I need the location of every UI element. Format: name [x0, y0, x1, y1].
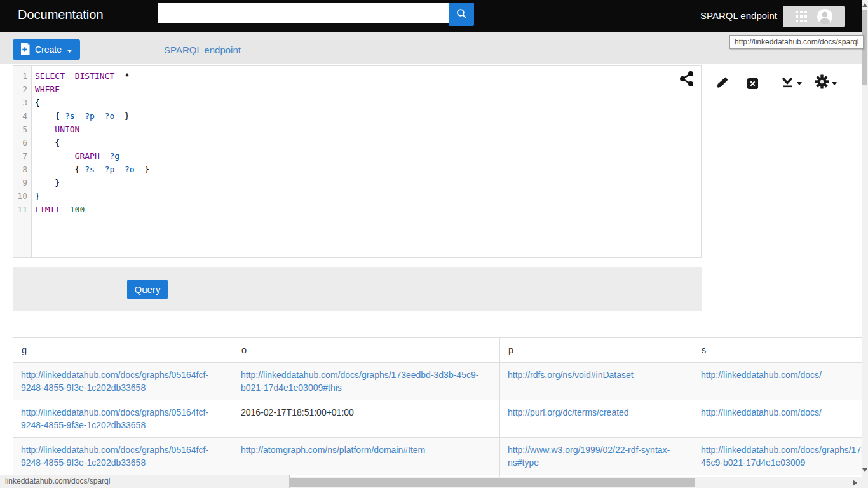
vertical-scrollbar[interactable]: [862, 0, 868, 477]
apps-grid-icon[interactable]: [796, 11, 807, 22]
result-link[interactable]: http://www.w3.org/1999/02/22-rdf-syntax-…: [508, 445, 670, 468]
horizontal-scrollbar-thumb[interactable]: [290, 478, 695, 487]
delete-document-icon[interactable]: [747, 74, 758, 89]
code-line: { ?s ?p ?o }: [35, 163, 701, 176]
nav-link-sparql-endpoint[interactable]: SPARQL endpoint: [164, 44, 241, 55]
result-link[interactable]: http://linkeddatahub.com/docs/graphs/051…: [21, 445, 208, 468]
column-header-o: o: [233, 338, 500, 363]
result-row: http://linkeddatahub.com/docs/graphs/051…: [13, 363, 868, 400]
code-line: {: [35, 136, 701, 149]
results-header-row: g o p s: [13, 338, 868, 363]
line-number: 8: [13, 163, 31, 176]
result-link[interactable]: http://linkeddatahub.com/docs/graphs/173…: [241, 370, 478, 393]
result-cell: http://linkeddatahub.com/docs/graphs/051…: [13, 438, 233, 475]
settings-gear-icon[interactable]: [815, 74, 837, 89]
code-line: SELECT DISTINCT *: [35, 69, 701, 83]
result-cell: http://www.w3.org/1999/02/22-rdf-syntax-…: [500, 438, 693, 475]
browser-viewport: Documentation SPARQL endpoint: [0, 0, 868, 488]
line-number: 2: [13, 83, 31, 96]
result-literal: 2016-02-17T18:51:00+01:00: [241, 407, 354, 417]
create-button-label: Create: [35, 44, 62, 55]
code-line: { ?s ?p ?o }: [35, 109, 701, 123]
browser-status-bar: linkeddatahub.com/docs/sparql: [0, 475, 290, 488]
line-number: 4: [13, 109, 31, 123]
editor-line-numbers: 1234567891011: [13, 66, 32, 257]
result-cell: http://purl.org/dc/terms/created: [500, 400, 693, 438]
query-submit-button[interactable]: Query: [127, 280, 168, 299]
code-line: }: [35, 176, 701, 189]
result-link[interactable]: http://rdfs.org/ns/void#inDataset: [508, 370, 634, 380]
scroll-down-arrow-icon[interactable]: [862, 468, 867, 472]
code-line: UNION: [35, 123, 701, 136]
code-line: LIMIT 100: [35, 203, 701, 216]
result-link[interactable]: http://purl.org/dc/terms/created: [508, 407, 629, 417]
result-cell: http://atomgraph.com/ns/platform/domain#…: [233, 438, 500, 475]
sparql-code-editor[interactable]: 1234567891011 SELECT DISTINCT *WHERE{ { …: [13, 65, 702, 258]
line-number: 10: [13, 189, 31, 203]
search-button[interactable]: [449, 3, 474, 26]
line-number: 6: [13, 136, 31, 149]
result-cell: http://linkeddatahub.com/docs/graphs/173…: [233, 363, 500, 400]
result-cell: http://linkeddatahub.com/docs/: [693, 400, 868, 438]
scroll-right-arrow-icon[interactable]: [853, 480, 857, 486]
share-icon[interactable]: [679, 70, 695, 90]
create-button[interactable]: Create: [13, 39, 80, 60]
column-header-s: s: [693, 338, 868, 363]
code-line: GRAPH ?g: [35, 149, 701, 163]
account-icon[interactable]: [817, 8, 833, 25]
search-input[interactable]: [158, 3, 449, 23]
editor-code-area[interactable]: SELECT DISTINCT *WHERE{ { ?s ?p ?o } UNI…: [32, 66, 701, 257]
result-cell: 2016-02-17T18:51:00+01:00: [233, 400, 500, 438]
result-row: http://linkeddatahub.com/docs/graphs/051…: [13, 438, 868, 475]
column-header-g: g: [13, 338, 233, 363]
result-cell: http://linkeddatahub.com/docs/graphs/051…: [13, 400, 233, 438]
import-icon[interactable]: [780, 74, 802, 89]
search-icon: [456, 8, 468, 22]
query-form-footer: Query: [13, 267, 702, 311]
header-endpoint-label: SPARQL endpoint: [700, 10, 777, 21]
line-number: 9: [13, 176, 31, 189]
code-line: }: [35, 189, 701, 203]
create-file-icon: [20, 43, 30, 57]
result-link[interactable]: http://linkeddatahub.com/docs/: [701, 407, 822, 417]
url-tooltip: http://linkeddatahub.com/docs/sparql: [729, 35, 864, 49]
result-link[interactable]: http://linkeddatahub.com/docs/graphs/173…: [701, 445, 868, 468]
brand-title[interactable]: Documentation: [18, 8, 104, 22]
code-line: {: [35, 96, 701, 109]
results-table: g o p s http://linkeddatahub.com/docs/gr…: [13, 337, 868, 487]
line-number: 7: [13, 149, 31, 163]
result-link[interactable]: http://linkeddatahub.com/docs/graphs/051…: [21, 407, 208, 430]
scroll-up-arrow-icon[interactable]: [862, 3, 867, 7]
result-link[interactable]: http://atomgraph.com/ns/platform/domain#…: [241, 445, 425, 455]
result-cell: http://linkeddatahub.com/docs/: [693, 363, 868, 400]
result-link[interactable]: http://linkeddatahub.com/docs/: [701, 370, 822, 380]
caret-down-icon: [832, 82, 837, 85]
result-cell: http://linkeddatahub.com/docs/graphs/173…: [693, 438, 868, 475]
column-header-p: p: [500, 338, 693, 363]
result-link[interactable]: http://linkeddatahub.com/docs/graphs/051…: [21, 370, 208, 393]
code-line: WHERE: [35, 83, 701, 96]
header-icon-group: [783, 6, 845, 27]
edit-pencil-icon[interactable]: [716, 74, 729, 89]
line-number: 1: [13, 69, 31, 83]
line-number: 11: [13, 203, 31, 216]
caret-down-icon: [67, 44, 72, 55]
line-number: 5: [13, 123, 31, 136]
result-cell: http://linkeddatahub.com/docs/graphs/051…: [13, 363, 233, 400]
result-row: http://linkeddatahub.com/docs/graphs/051…: [13, 400, 868, 438]
result-cell: http://rdfs.org/ns/void#inDataset: [500, 363, 693, 400]
app-header: Documentation SPARQL endpoint: [0, 0, 868, 32]
line-number: 3: [13, 96, 31, 109]
caret-down-icon: [797, 82, 802, 85]
